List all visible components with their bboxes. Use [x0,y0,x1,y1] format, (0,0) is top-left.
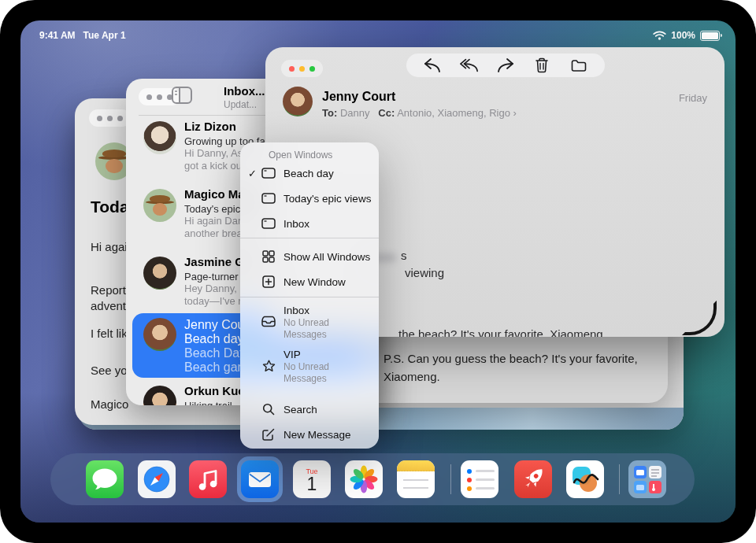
forward-button[interactable] [496,57,515,74]
battery-percent: 100% [671,30,695,41]
cc-value: Antonio, Xiaomeng, Rigo › [397,107,517,119]
window-controls[interactable] [281,60,323,77]
search-icon [261,403,276,416]
mailbox-status: Updat... [224,99,257,110]
status-bar: 9:41 AM Tue Apr 1 100% [20,30,736,42]
mini-reminders-icon [649,466,662,478]
grid-icon [261,250,276,263]
mail-toolbar [406,54,605,77]
avatar [143,318,176,351]
ps-text: P.S. Can you guess the beach? It's your … [384,349,647,386]
calendar-app-icon[interactable]: Tue 1 [293,460,331,498]
menu-item-label: New Message [284,429,351,441]
wifi-icon [653,31,666,40]
reminders-app-icon[interactable] [461,460,498,498]
ipad-device: 9:41 AM Tue Apr 1 100% P.S. Can you gues… [0,0,756,543]
messages-app-icon[interactable] [86,460,124,498]
reply-all-button[interactable] [460,57,479,74]
menu-item-show-all-windows[interactable]: Show All Windows [248,245,374,268]
status-date: Tue Apr 1 [83,30,126,41]
body-line: Magico [91,397,128,411]
mini-music-icon [649,481,662,493]
window-controls[interactable] [89,109,131,127]
sender-name: Jenny Court [322,90,395,104]
checkmark-icon: ✓ [248,168,261,179]
to-label: To: [322,107,337,119]
trash-button[interactable] [532,57,551,74]
email-sender: Liz Dizon [184,120,273,133]
menu-item-label: Show All Windows [284,251,370,263]
menu-item-inbox-window[interactable]: Inbox [248,212,374,235]
menu-item-mailbox-inbox[interactable]: Inbox No Unread Messages [248,305,374,345]
menu-item-todays-epic-views[interactable]: Today's epic views [248,187,374,210]
dock-divider [619,464,620,494]
menu-item-beach-day[interactable]: ✓ Beach day [248,161,374,185]
menu-item-label: New Window [284,276,346,288]
sender-avatar [283,87,313,116]
avatar [143,257,176,290]
menu-item-new-message[interactable]: New Message [248,423,374,446]
menu-item-label: Inbox [284,305,362,316]
resize-handle[interactable] [682,301,717,335]
rocket-app-icon[interactable] [514,460,552,498]
to-value: Danny [340,107,370,119]
menu-item-label: VIP [284,349,362,360]
menu-item-subtitle: No Unread Messages [284,361,362,385]
window-icon [261,193,276,204]
freeform-app-icon[interactable] [566,460,604,498]
menu-item-new-window[interactable]: New Window [248,270,374,294]
body-fragment: s [401,249,407,262]
menu-item-label: Beach day [284,168,334,179]
menu-header: Open Windows [269,150,332,161]
open-windows-menu: Open Windows ✓ Beach day Today's epic vi… [240,142,379,449]
calendar-day: 1 [307,475,317,493]
star-icon [261,360,276,372]
music-app-icon[interactable] [189,460,227,498]
menu-item-label: Inbox [284,218,309,230]
mail-app-icon[interactable] [241,460,279,498]
dock: Tue 1 [50,453,695,505]
recipients-line[interactable]: To: Danny Cc: Antonio, Xiaomeng, Rigo › [322,107,517,119]
menu-item-mailbox-vip[interactable]: VIP No Unread Messages [248,349,374,390]
screen: 9:41 AM Tue Apr 1 100% P.S. Can you gues… [20,20,736,523]
compose-icon [261,428,276,441]
status-time: 9:41 AM [39,30,76,41]
body-fragment: viewing [405,266,444,279]
reply-button[interactable] [423,57,442,74]
menu-item-label: Today's epic views [284,193,371,205]
plus-square-icon [261,275,276,288]
cc-label: Cc: [378,107,395,119]
sidebar-toggle-icon[interactable] [172,87,192,104]
photos-app-icon[interactable] [345,460,383,498]
safari-app-icon[interactable] [138,460,176,498]
dock-divider [450,464,451,494]
avatar [143,121,176,154]
menu-item-search[interactable]: Search [248,397,374,421]
mini-mail-icon [634,466,647,478]
notes-app-icon[interactable] [397,460,435,498]
message-date: Friday [679,92,707,104]
menu-item-subtitle: No Unread Messages [284,317,362,341]
app-library-icon[interactable] [628,460,666,498]
battery-icon [700,31,720,41]
window-icon [261,168,276,179]
clipped-body-line: the beach? It's your favorite. Xiaomeng [398,327,603,337]
avatar [143,189,176,222]
tray-icon [261,316,276,327]
mini-folder-icon [634,481,647,493]
menu-item-label: Search [284,404,317,416]
window-icon [261,218,276,229]
avatar [143,386,176,405]
folder-button[interactable] [569,57,588,74]
mailbox-title: Inbox... [224,84,265,98]
